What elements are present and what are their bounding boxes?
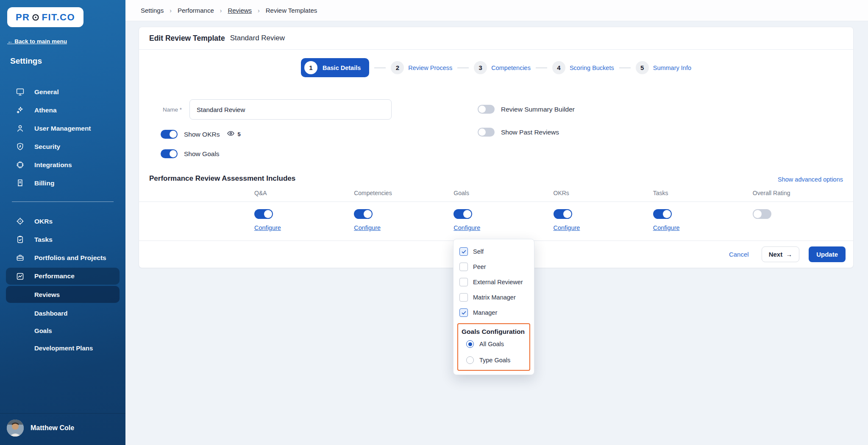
sidebar-item-label: Integrations [34,161,72,169]
step-review-process[interactable]: 2 Review Process [391,61,452,74]
checkbox-unchecked-icon[interactable] [459,263,468,271]
page-title: Edit Review Template [149,34,225,43]
sidebar-item-tasks[interactable]: Tasks [0,230,125,249]
step-scoring-buckets[interactable]: 4 Scoring Buckets [552,61,614,74]
competencies-toggle[interactable] [354,209,373,219]
sidebar-subitem-goals[interactable]: Goals [0,322,125,339]
show-goals-toggle[interactable] [161,149,178,158]
reviewer-option-external-reviewer[interactable]: External Reviewer [457,274,530,290]
sidebar-subitem-label: Reviews [34,291,60,298]
clipboard-check-icon [16,235,25,244]
reviewer-option-manager[interactable]: Manager [457,305,530,320]
step-label: Summary Info [653,64,691,71]
form-left-column: Name * Show OKRs 5 [149,93,478,158]
back-link-label: Back to main menu [14,38,67,45]
reviewer-option-self[interactable]: Self [457,244,530,259]
page-subtitle: Standard Review [230,34,285,42]
sidebar-item-athena[interactable]: Athena [0,101,125,119]
sidebar-subitem-dashboard[interactable]: Dashboard [0,305,125,322]
reviewer-option-matrix-manager[interactable]: Matrix Manager [457,290,530,305]
breadcrumb-settings[interactable]: Settings [141,7,164,14]
tasks-toggle[interactable] [653,209,672,219]
show-okrs-toggle[interactable] [161,130,178,139]
checkbox-unchecked-icon[interactable] [459,293,468,302]
sidebar-item-general[interactable]: General [0,83,125,101]
step-summary-info[interactable]: 5 Summary Info [636,61,691,74]
line-chart-icon [16,272,25,281]
reviewer-label: Manager [473,309,497,316]
overall-rating-toggle[interactable] [753,209,771,219]
content-area: Edit Review Template Standard Review 1 B… [125,21,868,445]
show-past-reviews-toggle[interactable] [478,128,495,137]
step-number: 1 [304,61,317,74]
profit-co-logo[interactable]: PR FIT.CO [7,7,83,27]
assessment-heading: Performance Review Assessment Includes [149,174,295,183]
radio-unselected-icon[interactable] [466,356,474,364]
okrs-cell: Configure [544,209,644,231]
sidebar-item-billing[interactable]: Billing [0,174,125,192]
qa-configure-link[interactable]: Configure [254,224,281,231]
cancel-button[interactable]: Cancel [729,251,749,258]
chevron-right-icon: › [170,7,172,14]
name-label: Name * [149,106,189,113]
column-header-overall-rating: Overall Rating [743,190,843,196]
update-button[interactable]: Update [809,246,846,262]
breadcrumb-review-templates[interactable]: Review Templates [266,7,317,14]
back-to-main-menu-link[interactable]: ← Back to main menu [7,38,67,45]
type-goals-option[interactable]: Type Goals [461,352,527,368]
sidebar-item-integrations[interactable]: Integrations [0,156,125,174]
next-button[interactable]: Next → [762,246,800,262]
checkbox-checked-icon[interactable] [459,247,468,256]
sidebar-subitem-development-plans[interactable]: Development Plans [0,339,125,357]
okrs-visibility[interactable]: 5 [227,129,240,139]
sidebar-item-performance[interactable]: Performance [6,268,120,285]
qa-toggle[interactable] [254,209,273,219]
reviewer-option-peer[interactable]: Peer [457,259,530,274]
step-competencies[interactable]: 3 Competencies [474,61,531,74]
step-connector [457,67,469,68]
radio-selected-icon[interactable] [466,340,474,348]
sidebar-item-security[interactable]: Security [0,137,125,156]
goals-configuration-title: Goals Configuration [461,328,527,336]
checkbox-checked-icon[interactable] [459,308,468,317]
stepper: 1 Basic Details 2 Review Process 3 Compe… [139,50,853,87]
sidebar-item-user-management[interactable]: User Management [0,119,125,137]
okrs-toggle[interactable] [554,209,572,219]
overall-rating-cell [743,209,843,231]
sidebar-item-label: Tasks [34,236,53,243]
competencies-configure-link[interactable]: Configure [354,224,381,231]
user-menu[interactable]: Matthew Cole [0,413,125,445]
breadcrumb-reviews[interactable]: Reviews [228,7,252,14]
sidebar-item-okrs[interactable]: OKRs [0,212,125,230]
target-icon [16,217,25,226]
okrs-configure-link[interactable]: Configure [554,224,580,231]
sidebar-item-portfolios-projects[interactable]: Portfolios and Projects [0,249,125,267]
tasks-configure-link[interactable]: Configure [653,224,680,231]
goals-toggle[interactable] [453,209,472,219]
assessment-column-headers: Q&A Competencies Goals OKRs Tasks Overal… [139,190,853,202]
sidebar-title: Settings [10,56,125,66]
sidebar-subitem-label: Development Plans [34,344,93,352]
sidebar-item-label: Billing [34,179,54,187]
checkbox-unchecked-icon[interactable] [459,278,468,286]
goals-configure-link[interactable]: Configure [453,224,480,231]
radio-label: All Goals [479,341,504,347]
review-summary-builder-toggle[interactable] [478,105,495,114]
all-goals-option[interactable]: All Goals [461,336,527,352]
target-logo-icon [31,13,40,22]
breadcrumb-performance[interactable]: Performance [178,7,214,14]
name-input[interactable] [189,99,392,120]
next-button-label: Next [769,251,783,258]
show-advanced-options-link[interactable]: Show advanced options [778,176,843,183]
chevron-right-icon: › [258,7,260,14]
main-area: Settings › Performance › Reviews › Revie… [125,0,868,445]
reviewer-label: Matrix Manager [473,294,516,301]
column-header-competencies: Competencies [345,190,444,196]
sidebar-item-label: OKRs [34,218,53,225]
form-right-column: Review Summary Builder Show Past Reviews [478,93,843,158]
monitor-icon [16,87,25,96]
sidebar-subitem-reviews[interactable]: Reviews [6,286,120,303]
show-past-reviews-row: Show Past Reviews [478,128,843,137]
arrow-left-icon: ← [7,38,13,45]
step-basic-details[interactable]: 1 Basic Details [301,58,369,77]
